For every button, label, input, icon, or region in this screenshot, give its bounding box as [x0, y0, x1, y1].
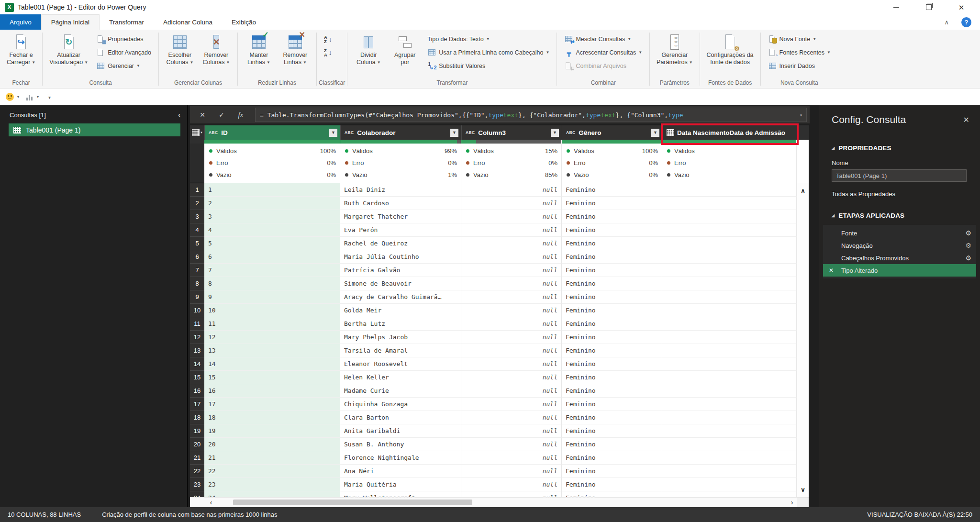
row-number[interactable]: 2: [190, 197, 204, 210]
scrollbar-thumb[interactable]: [233, 500, 472, 505]
cell-data-nascimentodata-de-admissao[interactable]: [662, 277, 797, 290]
cell-column3[interactable]: null: [461, 237, 562, 250]
cell-column3[interactable]: null: [461, 317, 562, 331]
cell-genero[interactable]: Feminino: [562, 250, 662, 264]
cell-genero[interactable]: Feminino: [562, 438, 662, 451]
row-number[interactable]: 13: [190, 344, 204, 357]
row-number[interactable]: 4: [190, 223, 204, 237]
row-number[interactable]: 9: [190, 290, 204, 304]
cell-id[interactable]: 17: [204, 398, 340, 411]
filter-dropdown-icon[interactable]: ▼: [329, 129, 337, 137]
select-all-table-icon[interactable]: ▾: [190, 125, 205, 140]
cell-column3[interactable]: null: [461, 290, 562, 304]
cell-colaborador[interactable]: Bertha Lutz: [340, 317, 461, 331]
cell-data-nascimentodata-de-admissao[interactable]: [662, 491, 797, 497]
ribbon-button-acrescentar-consultas[interactable]: ┳Acrescentar Consultas▼: [561, 46, 646, 58]
cell-data-nascimentodata-de-admissao[interactable]: [662, 210, 797, 223]
gear-icon[interactable]: ⚙: [965, 242, 971, 249]
cell-data-nascimentodata-de-admissao[interactable]: [662, 398, 797, 411]
cell-genero[interactable]: Feminino: [562, 304, 662, 317]
cell-id[interactable]: 3: [204, 210, 340, 223]
cell-data-nascimentodata-de-admissao[interactable]: [662, 290, 797, 304]
ribbon-button-sort-za-icon[interactable]: ZA↓: [321, 46, 336, 58]
cell-id[interactable]: 15: [204, 371, 340, 384]
applied-step-fonte[interactable]: Fonte⚙: [823, 227, 976, 239]
cell-id[interactable]: 10: [204, 304, 340, 317]
cell-colaborador[interactable]: Simone de Beauvoir: [340, 277, 461, 290]
cell-genero[interactable]: Feminino: [562, 491, 662, 497]
scroll-down-icon[interactable]: ∨: [801, 486, 805, 493]
query-name-input[interactable]: [832, 169, 967, 182]
applied-step-cabecalhos-promovidos[interactable]: Cabeçalhos Promovidos⚙: [823, 252, 976, 264]
cell-colaborador[interactable]: Florence Nightingale: [340, 451, 461, 465]
cell-data-nascimentodata-de-admissao[interactable]: [662, 424, 797, 438]
cell-column3[interactable]: null: [461, 371, 562, 384]
cell-column3[interactable]: null: [461, 304, 562, 317]
cell-id[interactable]: 14: [204, 357, 340, 371]
filter-dropdown-icon[interactable]: ▼: [450, 129, 458, 137]
cell-colaborador[interactable]: Patrícia Galvão: [340, 264, 461, 277]
cell-colaborador[interactable]: Ana Néri: [340, 465, 461, 478]
row-number[interactable]: 15: [190, 371, 204, 384]
scroll-up-icon[interactable]: ∧: [801, 187, 805, 194]
cell-column3[interactable]: null: [461, 344, 562, 357]
cell-genero[interactable]: Feminino: [562, 398, 662, 411]
cell-colaborador[interactable]: Mary Wollstonecraft: [340, 491, 461, 497]
column-header-genero[interactable]: ABCGênero▼: [562, 125, 663, 140]
cell-genero[interactable]: Feminino: [562, 451, 662, 465]
cell-column3[interactable]: null: [461, 411, 562, 424]
cell-data-nascimentodata-de-admissao[interactable]: [662, 223, 797, 237]
cell-data-nascimentodata-de-admissao[interactable]: [662, 197, 797, 210]
ribbon-button-usar-a-primeira-linha-como-cabecalho[interactable]: Usar a Primeira Linha como Cabeçalho▼: [424, 46, 553, 58]
cell-colaborador[interactable]: Maria Júlia Coutinho: [340, 250, 461, 264]
cell-genero[interactable]: Feminino: [562, 424, 662, 438]
cell-data-nascimentodata-de-admissao[interactable]: [662, 304, 797, 317]
cell-id[interactable]: 23: [204, 478, 340, 491]
cell-id[interactable]: 5: [204, 237, 340, 250]
cell-id[interactable]: 2: [204, 197, 340, 210]
cell-genero[interactable]: Feminino: [562, 237, 662, 250]
gear-icon[interactable]: ⚙: [965, 254, 971, 262]
row-number[interactable]: 10: [190, 304, 204, 317]
row-number[interactable]: 14: [190, 357, 204, 371]
cell-genero[interactable]: Feminino: [562, 223, 662, 237]
restore-button[interactable]: [924, 3, 934, 11]
cell-id[interactable]: 7: [204, 264, 340, 277]
cell-colaborador[interactable]: Susan B. Anthony: [340, 438, 461, 451]
row-number[interactable]: 5: [190, 237, 204, 250]
ribbon-button-gerenciar-parametros[interactable]: GerenciarParâmetros▼: [654, 32, 696, 79]
cell-colaborador[interactable]: Chiquinha Gonzaga: [340, 398, 461, 411]
ribbon-button-gerenciar[interactable]: Gerenciar▼: [93, 60, 155, 72]
row-number[interactable]: 16: [190, 384, 204, 398]
collapse-pane-icon[interactable]: ‹: [178, 111, 180, 119]
row-number[interactable]: 18: [190, 411, 204, 424]
cell-column3[interactable]: null: [461, 210, 562, 223]
cell-id[interactable]: 6: [204, 250, 340, 264]
filter-dropdown-icon[interactable]: ▼: [651, 129, 659, 137]
cell-colaborador[interactable]: Margaret Thatcher: [340, 210, 461, 223]
cell-genero[interactable]: Feminino: [562, 264, 662, 277]
row-number[interactable]: 21: [190, 451, 204, 465]
cell-data-nascimentodata-de-admissao[interactable]: [662, 478, 797, 491]
ribbon-button-propriedades[interactable]: ▦Propriedades: [93, 33, 155, 45]
column-header-column3[interactable]: ABCColumn3▼: [462, 125, 562, 140]
cell-genero[interactable]: Feminino: [562, 384, 662, 398]
cell-id[interactable]: 18: [204, 411, 340, 424]
cell-data-nascimentodata-de-admissao[interactable]: [662, 384, 797, 398]
column-header-id[interactable]: ABCID▼: [205, 125, 341, 140]
cell-data-nascimentodata-de-admissao[interactable]: [662, 411, 797, 424]
cell-column3[interactable]: null: [461, 197, 562, 210]
cell-genero[interactable]: Feminino: [562, 478, 662, 491]
cell-column3[interactable]: null: [461, 183, 562, 197]
row-number[interactable]: 3: [190, 210, 204, 223]
cell-column3[interactable]: null: [461, 250, 562, 264]
cell-colaborador[interactable]: Ruth Cardoso: [340, 197, 461, 210]
help-icon[interactable]: ?: [961, 17, 971, 27]
tab-exibicao[interactable]: Exibição: [222, 14, 266, 30]
feedback-smiley-icon[interactable]: [6, 93, 14, 101]
cell-id[interactable]: 13: [204, 344, 340, 357]
toolbar-options-icon[interactable]: [47, 95, 52, 100]
cell-data-nascimentodata-de-admissao[interactable]: [662, 465, 797, 478]
row-number[interactable]: 20: [190, 438, 204, 451]
ribbon-button-inserir-dados[interactable]: Inserir Dados: [765, 60, 834, 72]
